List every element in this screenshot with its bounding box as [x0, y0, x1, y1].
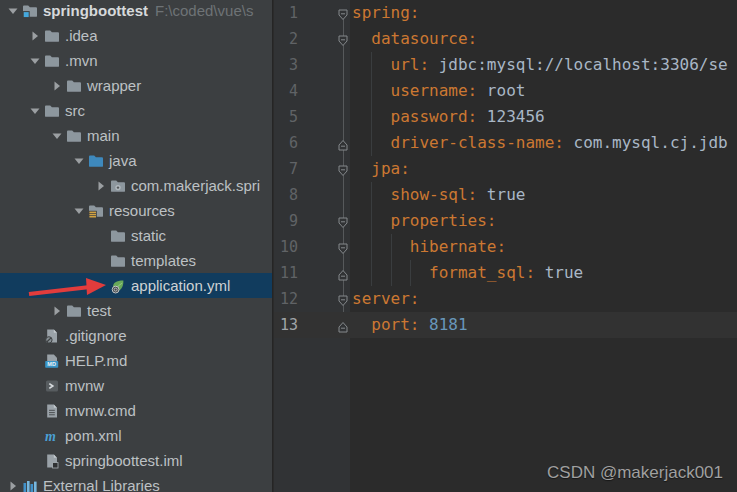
tree-item-label: src	[65, 102, 85, 119]
tree-item-label: com.makerjack.spri	[131, 177, 260, 194]
yaml-key: url:	[352, 55, 429, 74]
tree-row--mvn[interactable]: .mvn	[0, 48, 272, 73]
arrow-spacer	[27, 378, 43, 394]
fold-close-icon[interactable]	[337, 137, 349, 149]
tree-row-static[interactable]: static	[0, 223, 272, 248]
code-text: hibernate:	[352, 234, 506, 260]
package-icon	[109, 178, 126, 194]
code-line-6[interactable]: 6 driver-class-name: com.mysql.cj.jdb	[274, 130, 737, 156]
line-number: 9	[274, 208, 298, 234]
tree-row-mvnw-cmd[interactable]: mvnw.cmd	[0, 398, 272, 423]
chevron-down-icon[interactable]	[5, 3, 21, 19]
code-line-8[interactable]: 8 show-sql: true	[274, 182, 737, 208]
yaml-key: username:	[352, 81, 477, 100]
line-number: 5	[274, 104, 298, 130]
tree-row-test[interactable]: test	[0, 298, 272, 323]
chevron-down-icon[interactable]	[71, 203, 87, 219]
tree-row-mvnw[interactable]: mvnw	[0, 373, 272, 398]
code-text: show-sql: true	[352, 182, 525, 208]
yaml-value: true	[535, 263, 583, 282]
folder-icon	[65, 128, 82, 144]
line-number: 7	[274, 156, 298, 182]
code-text: url: jdbc:mysql://localhost:3306/se	[352, 52, 728, 78]
tree-row-com-makerjack-spri[interactable]: com.makerjack.spri	[0, 173, 272, 198]
code-line-13[interactable]: 13 port: 8181	[274, 312, 737, 338]
svg-text:MD: MD	[47, 361, 56, 367]
code-line-9[interactable]: 9 properties:	[274, 208, 737, 234]
chevron-right-icon[interactable]	[93, 178, 109, 194]
tree-row-templates[interactable]: templates	[0, 248, 272, 273]
fold-open-icon[interactable]	[337, 241, 349, 253]
project-tree-panel: springboottestF:\coded\vue\s.idea.mvnwra…	[0, 0, 273, 492]
file-md-icon: MD	[43, 353, 60, 369]
code-line-4[interactable]: 4 username: root	[274, 78, 737, 104]
tree-row-help-md[interactable]: MDHELP.md	[0, 348, 272, 373]
yaml-key: port:	[352, 315, 419, 334]
tree-row-application-yml[interactable]: application.yml	[0, 273, 272, 298]
tree-row-resources[interactable]: resources	[0, 198, 272, 223]
tree-row-external-libraries[interactable]: External Libraries	[0, 473, 272, 492]
tree-row-springboottest[interactable]: springboottestF:\coded\vue\s	[0, 0, 272, 23]
chevron-down-icon[interactable]	[49, 128, 65, 144]
line-number: 3	[274, 52, 298, 78]
fold-open-icon[interactable]	[337, 215, 349, 227]
arrow-spacer	[27, 353, 43, 369]
tree-row-wrapper[interactable]: wrapper	[0, 73, 272, 98]
tree-row--gitignore[interactable]: .gitignore	[0, 323, 272, 348]
code-line-12[interactable]: 12server:	[274, 286, 737, 312]
tree-item-label: HELP.md	[65, 352, 127, 369]
tree-row--idea[interactable]: .idea	[0, 23, 272, 48]
tree-item-label: mvnw.cmd	[65, 402, 136, 419]
code-line-11[interactable]: 11 format_sql: true	[274, 260, 737, 286]
yaml-value: 8181	[419, 315, 467, 334]
tree-row-src[interactable]: src	[0, 98, 272, 123]
yaml-key: jpa:	[352, 159, 410, 178]
ide-window: springboottestF:\coded\vue\s.idea.mvnwra…	[0, 0, 737, 492]
fold-open-icon[interactable]	[337, 163, 349, 175]
fold-open-icon[interactable]	[337, 293, 349, 305]
fold-open-icon[interactable]	[337, 7, 349, 19]
code-line-1[interactable]: 1spring:	[274, 0, 737, 26]
code-line-3[interactable]: 3 url: jdbc:mysql://localhost:3306/se	[274, 52, 737, 78]
chevron-right-icon[interactable]	[5, 478, 21, 492]
yaml-value: com.mysql.cj.jdb	[564, 133, 728, 152]
arrow-spacer	[93, 253, 109, 269]
arrow-spacer	[27, 403, 43, 419]
chevron-right-icon[interactable]	[27, 28, 43, 44]
fold-open-icon[interactable]	[337, 33, 349, 45]
code-text: spring:	[352, 0, 419, 26]
code-text: format_sql: true	[352, 260, 583, 286]
arrow-spacer	[27, 428, 43, 444]
fold-close-icon[interactable]	[337, 319, 349, 331]
tree-row-java[interactable]: java	[0, 148, 272, 173]
tree-item-label: java	[109, 152, 137, 169]
chevron-right-icon[interactable]	[49, 78, 65, 94]
yaml-key: spring:	[352, 3, 419, 22]
file-ignored-icon	[43, 328, 60, 344]
tree-row-main[interactable]: main	[0, 123, 272, 148]
tree-item-label: .mvn	[65, 52, 98, 69]
tree-item-label: pom.xml	[65, 427, 122, 444]
line-number: 2	[274, 26, 298, 52]
tree-item-label: resources	[109, 202, 175, 219]
code-text: datasource:	[352, 26, 477, 52]
tree-row-pom-xml[interactable]: mpom.xml	[0, 423, 272, 448]
fold-close-icon[interactable]	[337, 267, 349, 279]
code-line-7[interactable]: 7 jpa:	[274, 156, 737, 182]
code-line-2[interactable]: 2 datasource:	[274, 26, 737, 52]
code-line-5[interactable]: 5 password: 123456	[274, 104, 737, 130]
chevron-down-icon[interactable]	[71, 153, 87, 169]
tree-item-path: F:\coded\vue\s	[155, 2, 253, 19]
chevron-down-icon[interactable]	[27, 103, 43, 119]
tree-item-label: application.yml	[131, 277, 230, 294]
tree-row-springboottest-iml[interactable]: springboottest.iml	[0, 448, 272, 473]
folder-resources-icon	[87, 203, 104, 219]
arrow-spacer	[27, 328, 43, 344]
line-number: 4	[274, 78, 298, 104]
folder-icon	[109, 253, 126, 269]
code-line-10[interactable]: 10 hibernate:	[274, 234, 737, 260]
watermark: CSDN @makerjack001	[547, 463, 723, 483]
chevron-down-icon[interactable]	[27, 53, 43, 69]
folder-icon	[43, 53, 60, 69]
chevron-right-icon[interactable]	[49, 303, 65, 319]
